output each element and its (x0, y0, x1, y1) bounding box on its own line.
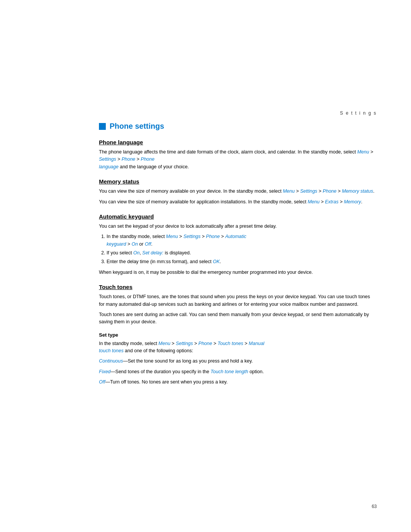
link-phone-4[interactable]: Phone (198, 341, 212, 346)
section-automatic-keyguard: Automatic keyguard You can set the keypa… (99, 213, 377, 276)
list-item: In the standby mode, select Menu > Setti… (107, 233, 377, 248)
link-menu-2[interactable]: Menu (283, 189, 295, 194)
option-fixed: Fixed—Send tones of the duration you spe… (99, 368, 377, 375)
link-fixed[interactable]: Fixed (99, 369, 111, 374)
list-item: Enter the delay time (in mm:ss format), … (107, 258, 377, 265)
subsection-heading-set-type: Set type (99, 332, 377, 338)
blue-square-icon (99, 123, 106, 130)
keyguard-intro: You can set the keypad of your device to… (99, 223, 377, 230)
page-number: 63 (372, 504, 377, 509)
keyguard-list: In the standby mode, select Menu > Setti… (99, 233, 377, 266)
link-touch-tone-length[interactable]: Touch tone length (210, 369, 248, 374)
touch-tones-para-1: Touch tones, or DTMF tones, are the tone… (99, 293, 377, 308)
phone-language-para: The phone language affects the time and … (99, 149, 377, 171)
link-on-1[interactable]: On (132, 241, 138, 247)
section-phone-language: Phone language The phone language affect… (99, 139, 377, 171)
memory-status-para-1: You can view the size of memory availabl… (99, 188, 377, 195)
link-menu-4[interactable]: Menu (166, 234, 178, 239)
link-on-2[interactable]: On (133, 250, 140, 256)
link-off-1[interactable]: Off (145, 241, 151, 247)
section-heading-automatic-keyguard: Automatic keyguard (99, 213, 377, 220)
link-menu-5[interactable]: Menu (158, 341, 170, 346)
link-touch-tones[interactable]: Touch tones (218, 341, 244, 346)
page-container: S e t t i n g s Phone settings Phone lan… (0, 0, 411, 532)
section-heading-memory-status: Memory status (99, 178, 377, 185)
option-continuous: Continuous—Set the tone sound for as lon… (99, 358, 377, 365)
link-phone-2[interactable]: Phone (323, 189, 336, 194)
section-memory-status: Memory status You can view the size of m… (99, 178, 377, 206)
link-set-delay[interactable]: Set delay: (142, 250, 164, 256)
link-memory-status[interactable]: Memory status (342, 189, 373, 194)
link-menu-3[interactable]: Menu (307, 199, 319, 204)
link-off-2[interactable]: Off (99, 379, 105, 385)
link-settings-1[interactable]: Settings (99, 157, 116, 162)
link-memory[interactable]: Memory (344, 199, 361, 204)
list-item: If you select On, Set delay: is displaye… (107, 249, 377, 257)
link-phone-1[interactable]: Phone (121, 157, 135, 162)
keyguard-note: When keyguard is on, it may be possible … (99, 269, 377, 276)
link-extras[interactable]: Extras (325, 199, 338, 204)
link-settings-4[interactable]: Settings (176, 341, 193, 346)
link-continuous[interactable]: Continuous (99, 358, 123, 364)
link-menu-1[interactable]: Menu (357, 149, 369, 155)
content-area: Phone settings Phone language The phone … (0, 122, 411, 386)
header-section: S e t t i n g s (0, 0, 411, 120)
option-off: Off—Turn off tones. No tones are sent wh… (99, 379, 377, 386)
memory-status-para-2: You can view the size of memory availabl… (99, 198, 377, 206)
page-title-container: Phone settings (99, 122, 377, 131)
link-settings-3[interactable]: Settings (183, 234, 201, 239)
link-phone-3[interactable]: Phone (206, 234, 220, 239)
subsection-set-type: Set type In the standby mode, select Men… (99, 332, 377, 386)
link-settings-2[interactable]: Settings (300, 189, 317, 194)
link-ok[interactable]: OK (213, 259, 220, 264)
touch-tones-para-2: Touch tones are sent during an active ca… (99, 311, 377, 326)
set-type-para: In the standby mode, select Menu > Setti… (99, 340, 377, 355)
section-touch-tones: Touch tones Touch tones, or DTMF tones, … (99, 284, 377, 386)
section-heading-touch-tones: Touch tones (99, 284, 377, 290)
page-title: Phone settings (110, 122, 164, 131)
section-label: S e t t i n g s (340, 110, 377, 116)
section-heading-phone-language: Phone language (99, 139, 377, 145)
